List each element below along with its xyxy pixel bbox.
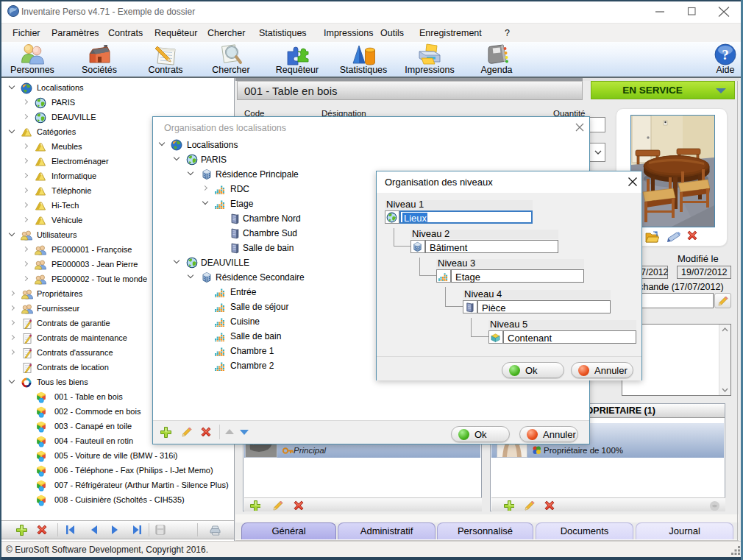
svg-text:?: ?: [722, 47, 729, 63]
